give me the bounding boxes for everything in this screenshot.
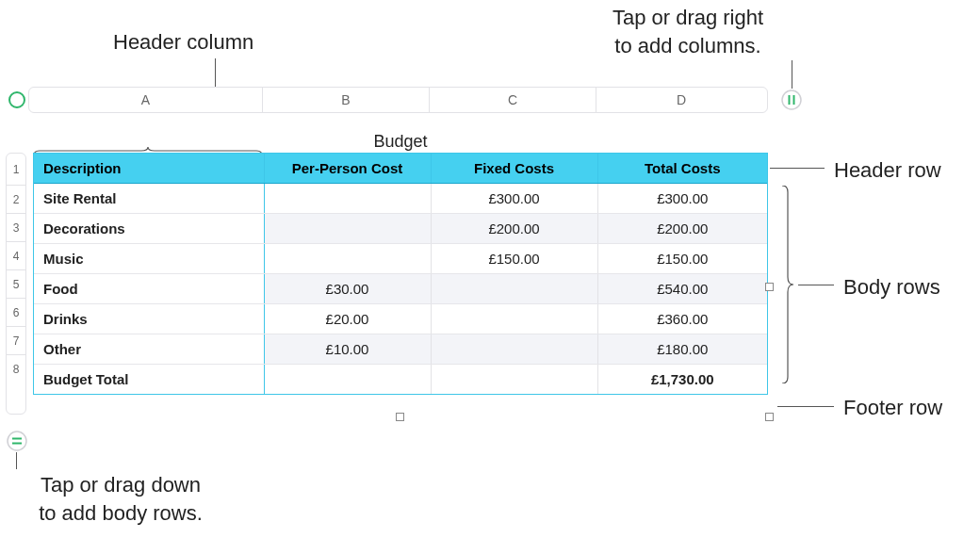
cell[interactable]: £540.00 bbox=[597, 274, 767, 304]
cell[interactable]: Site Rental bbox=[34, 184, 264, 214]
table-handle-icon[interactable] bbox=[6, 89, 28, 111]
cell[interactable]: Drinks bbox=[34, 304, 264, 334]
selection-handle-icon[interactable] bbox=[765, 413, 774, 421]
add-rows-handle-icon[interactable] bbox=[6, 430, 28, 452]
table-row[interactable]: Site Rental £300.00 £300.00 bbox=[34, 184, 767, 214]
add-columns-handle-icon[interactable] bbox=[780, 89, 803, 111]
cell[interactable]: £150.00 bbox=[597, 244, 767, 274]
header-cell[interactable]: Total Costs bbox=[597, 154, 767, 184]
header-cell[interactable]: Per-Person Cost bbox=[264, 154, 431, 184]
selection-handle-icon[interactable] bbox=[765, 283, 774, 291]
row-number[interactable]: 3 bbox=[7, 214, 25, 242]
cell[interactable] bbox=[264, 365, 431, 395]
cell[interactable] bbox=[264, 184, 431, 214]
cell[interactable] bbox=[431, 304, 597, 334]
brace-body-rows bbox=[782, 186, 793, 383]
column-header-c[interactable]: C bbox=[430, 88, 596, 112]
leader-line bbox=[16, 452, 17, 469]
cell[interactable]: Other bbox=[34, 334, 264, 365]
cell[interactable] bbox=[431, 365, 597, 395]
leader-line bbox=[215, 58, 216, 89]
cell[interactable]: £180.00 bbox=[597, 334, 767, 365]
row-number[interactable]: 8 bbox=[7, 355, 25, 384]
table-header-row[interactable]: Description Per-Person Cost Fixed Costs … bbox=[34, 154, 767, 184]
header-cell[interactable]: Fixed Costs bbox=[431, 154, 597, 184]
leader-line bbox=[798, 285, 834, 285]
table-row[interactable]: Other £10.00 £180.00 bbox=[34, 334, 767, 365]
cell[interactable]: Food bbox=[34, 274, 264, 304]
svg-point-4 bbox=[8, 432, 26, 450]
column-header-d[interactable]: D bbox=[596, 88, 766, 112]
callout-header-column: Header column bbox=[113, 28, 320, 57]
cell[interactable] bbox=[264, 244, 431, 274]
cell[interactable]: £30.00 bbox=[264, 274, 431, 304]
spreadsheet-table[interactable]: Description Per-Person Cost Fixed Costs … bbox=[33, 153, 768, 395]
annotated-spreadsheet-figure: Header column Tap or drag right to add c… bbox=[0, 0, 980, 554]
table-row[interactable]: Drinks £20.00 £360.00 bbox=[34, 304, 767, 334]
leader-line bbox=[777, 406, 834, 407]
table-footer-row[interactable]: Budget Total £1,730.00 bbox=[34, 365, 767, 395]
leader-line bbox=[770, 168, 825, 169]
callout-add-rows: Tap or drag down to add body rows. bbox=[17, 471, 224, 527]
cell[interactable]: £300.00 bbox=[431, 184, 597, 214]
cell[interactable]: £10.00 bbox=[264, 334, 431, 365]
cell[interactable] bbox=[431, 274, 597, 304]
header-cell[interactable]: Description bbox=[34, 154, 264, 184]
row-number[interactable]: 4 bbox=[7, 242, 25, 270]
column-header-b[interactable]: B bbox=[263, 88, 430, 112]
callout-header-row: Header row bbox=[834, 156, 941, 185]
callout-footer-row: Footer row bbox=[843, 394, 942, 422]
table-row[interactable]: Food £30.00 £540.00 bbox=[34, 274, 767, 304]
cell[interactable]: £1,730.00 bbox=[597, 365, 767, 395]
column-header-a[interactable]: A bbox=[29, 88, 263, 112]
selection-handle-icon[interactable] bbox=[396, 413, 404, 421]
cell[interactable]: Budget Total bbox=[34, 365, 264, 395]
row-number[interactable]: 2 bbox=[7, 186, 25, 214]
cell[interactable]: Music bbox=[34, 244, 264, 274]
cell[interactable]: £360.00 bbox=[597, 304, 767, 334]
cell[interactable]: £300.00 bbox=[597, 184, 767, 214]
cell[interactable] bbox=[431, 334, 597, 365]
column-ruler[interactable]: A B C D bbox=[28, 87, 768, 113]
cell[interactable]: Decorations bbox=[34, 214, 264, 244]
row-number[interactable]: 5 bbox=[7, 270, 25, 299]
leader-line bbox=[792, 60, 792, 89]
table-row[interactable]: Music £150.00 £150.00 bbox=[34, 244, 767, 274]
row-number[interactable]: 6 bbox=[7, 299, 25, 327]
callout-add-columns: Tap or drag right to add columns. bbox=[565, 4, 810, 59]
cell[interactable]: £200.00 bbox=[431, 214, 597, 244]
table-row[interactable]: Decorations £200.00 £200.00 bbox=[34, 214, 767, 244]
table-title: Budget bbox=[33, 132, 768, 152]
svg-point-0 bbox=[9, 92, 24, 107]
cell[interactable]: £20.00 bbox=[264, 304, 431, 334]
cell[interactable] bbox=[264, 214, 431, 244]
row-number[interactable]: 1 bbox=[7, 154, 25, 186]
svg-point-1 bbox=[782, 90, 801, 109]
row-number[interactable]: 7 bbox=[7, 327, 25, 355]
cell[interactable]: £200.00 bbox=[597, 214, 767, 244]
cell[interactable]: £150.00 bbox=[431, 244, 597, 274]
callout-body-rows: Body rows bbox=[843, 273, 940, 301]
row-ruler[interactable]: 1 2 3 4 5 6 7 8 bbox=[6, 153, 26, 415]
table-body: Site Rental £300.00 £300.00 Decorations … bbox=[34, 184, 767, 395]
